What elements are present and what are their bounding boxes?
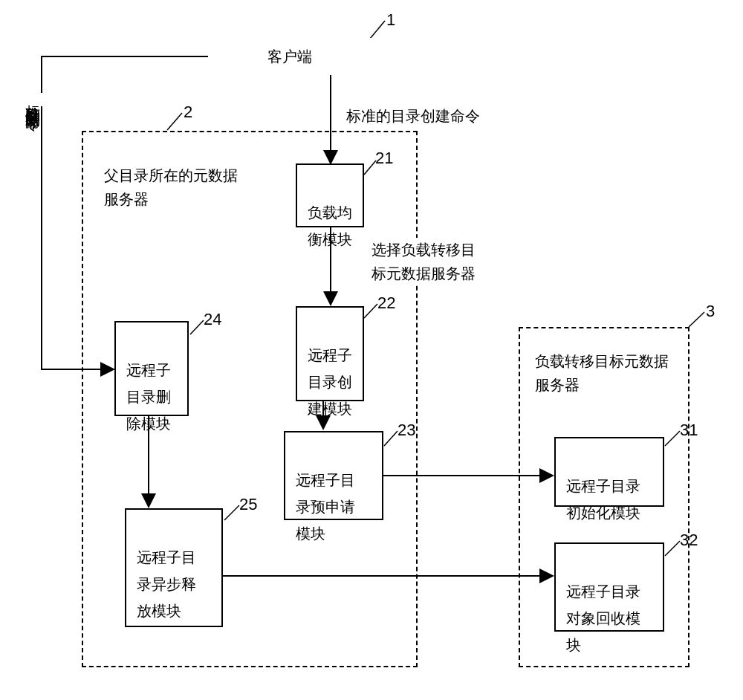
marker-1: 1 xyxy=(386,10,395,30)
remote-recycle-module: 远程子目录 对象回收模 块 xyxy=(554,542,664,632)
marker-23: 23 xyxy=(398,421,415,440)
svg-line-13 xyxy=(689,312,704,327)
target-meta-server-label: 负载转移目标元数据 服务器 xyxy=(535,349,669,397)
svg-line-7 xyxy=(167,113,182,130)
remote-async-release-module: 远程子目 录异步释 放模块 xyxy=(125,508,223,627)
remote-init-text: 远程子目录 初始化模块 xyxy=(566,478,640,521)
marker-2: 2 xyxy=(184,103,192,122)
remote-delete-module: 远程子 目录删 除模块 xyxy=(114,321,189,416)
edge-create-cmd: 标准的目录创建命令 xyxy=(346,104,480,128)
marker-32: 32 xyxy=(680,531,698,550)
marker-3: 3 xyxy=(706,302,715,321)
remote-delete-text: 远程子 目录删 除模块 xyxy=(126,362,171,432)
marker-22: 22 xyxy=(377,294,395,313)
remote-init-module: 远程子目录 初始化模块 xyxy=(554,437,664,507)
parent-meta-server-label: 父目录所在的元数据 服务器 xyxy=(104,163,238,211)
remote-async-release-text: 远程子目 录异步释 放模块 xyxy=(137,549,196,619)
load-balance-module: 负载均 衡模块 xyxy=(296,163,364,227)
edge-select-target: 选择负载转移目 标元数据服务器 xyxy=(372,238,476,285)
remote-pre-apply-module: 远程子目 录预申请 模块 xyxy=(284,431,383,520)
marker-31: 31 xyxy=(680,421,698,440)
marker-21: 21 xyxy=(375,149,393,168)
client-text: 客户端 xyxy=(267,45,312,68)
marker-24: 24 xyxy=(204,310,221,329)
load-balance-text: 负载均 衡模块 xyxy=(308,204,352,247)
edge-delete-cmd: 标准的目录删除命令 xyxy=(21,93,45,106)
remote-create-text: 远程子 目录创 建模块 xyxy=(308,347,352,417)
svg-line-6 xyxy=(370,21,385,39)
remote-create-module: 远程子 目录创 建模块 xyxy=(296,306,364,401)
marker-25: 25 xyxy=(239,495,257,514)
client-label: 客户端 xyxy=(208,38,372,75)
